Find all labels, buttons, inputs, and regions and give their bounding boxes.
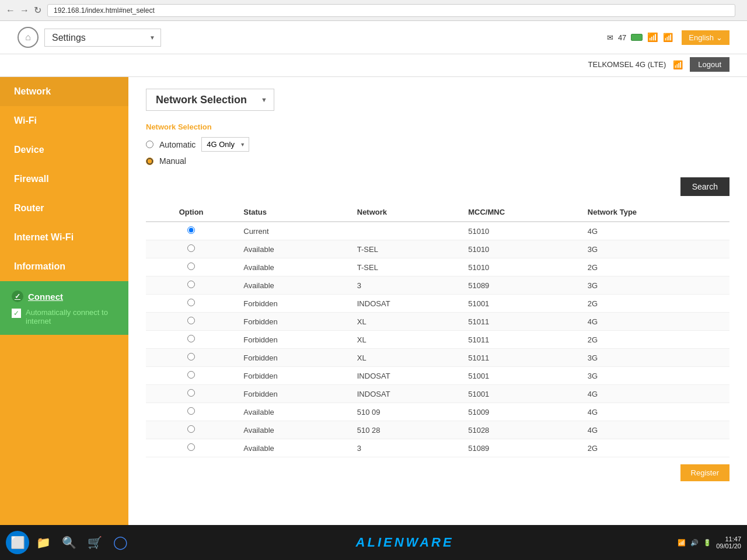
row-option[interactable] <box>146 421 236 439</box>
table-row[interactable]: Available 510 09 51009 4G <box>146 403 729 421</box>
row-option[interactable] <box>146 222 236 240</box>
table-row[interactable]: Forbidden XL 51011 3G <box>146 349 729 367</box>
browser-reload[interactable]: ↻ <box>34 5 41 16</box>
row-type: 3G <box>581 349 729 367</box>
logout-button[interactable]: Logout <box>690 57 729 72</box>
network-mode-select[interactable]: 4G Only3G Only2G OnlyAuto <box>201 137 249 152</box>
taskbar-right: 📶 🔊 🔋 11:47 09/01/20 <box>678 536 741 550</box>
table-row[interactable]: Current 51010 4G <box>146 222 729 240</box>
signal-icon: 📶 <box>663 33 673 42</box>
table-row[interactable]: Available 3 51089 3G <box>146 276 729 295</box>
sidebar-item-network[interactable]: Network <box>0 77 128 106</box>
row-option[interactable] <box>146 276 236 295</box>
row-network: T-SEL <box>350 240 461 258</box>
row-option[interactable] <box>146 258 236 276</box>
page-area: ⌂ Settings ✉ 47 📶 📶 English ⌄ <box>0 21 747 525</box>
row-status: Available <box>236 421 350 439</box>
row-option[interactable] <box>146 385 236 403</box>
auto-connect-checkbox[interactable]: ✓ <box>12 309 21 318</box>
table-row[interactable]: Forbidden INDOSAT 51001 4G <box>146 385 729 403</box>
register-button[interactable]: Register <box>680 464 729 481</box>
connect-check-icon: ✓ <box>12 290 23 302</box>
row-mcc-mnc: 51009 <box>461 403 581 421</box>
row-status: Available <box>236 403 350 421</box>
table-header-row: Option Status Network MCC/MNC Network Ty… <box>146 203 729 222</box>
language-button[interactable]: English ⌄ <box>682 30 729 45</box>
row-option[interactable] <box>146 367 236 385</box>
row-option[interactable] <box>146 403 236 421</box>
taskbar-file-icon[interactable]: 📁 <box>32 531 55 554</box>
sidebar-item-firewall[interactable]: Firewall <box>0 164 128 194</box>
row-status: Available <box>236 276 350 295</box>
row-network: INDOSAT <box>350 385 461 403</box>
sidebar-item-wifi[interactable]: Wi-Fi <box>0 106 128 135</box>
language-arrow: ⌄ <box>716 33 722 42</box>
sidebar-item-internet-wifi[interactable]: Internet Wi-Fi <box>0 223 128 252</box>
row-option[interactable] <box>146 331 236 349</box>
connect-link[interactable]: ✓ Connect <box>12 290 117 302</box>
row-status: Forbidden <box>236 385 350 403</box>
home-icon[interactable]: ⌂ <box>18 27 39 48</box>
sidebar-item-information[interactable]: Information <box>0 252 128 281</box>
start-button[interactable]: ⬜ <box>6 531 29 554</box>
right-content: Network Selection Network Selection Auto… <box>128 77 747 525</box>
browser-back[interactable]: ← <box>6 5 15 16</box>
row-option[interactable] <box>146 349 236 367</box>
taskbar-search-icon[interactable]: 🔍 <box>57 531 81 554</box>
browser-bar: ← → ↻ 192.168.1/index.html#net_select <box>0 0 747 21</box>
row-option[interactable] <box>146 240 236 258</box>
table-row[interactable]: Available T-SEL 51010 3G <box>146 240 729 258</box>
row-type: 4G <box>581 313 729 331</box>
row-status: Forbidden <box>236 349 350 367</box>
table-row[interactable]: Forbidden INDOSAT 51001 3G <box>146 367 729 385</box>
row-option[interactable] <box>146 295 236 313</box>
col-network: Network <box>350 203 461 222</box>
manual-radio[interactable] <box>146 158 153 165</box>
taskbar-chrome-icon[interactable]: ◯ <box>109 531 132 554</box>
carrier-text: TELKOMSEL 4G (LTE) <box>588 60 666 69</box>
row-type: 4G <box>581 403 729 421</box>
sidebar-item-router[interactable]: Router <box>0 194 128 223</box>
row-status: Forbidden <box>236 331 350 349</box>
signal-bars: 📶 <box>673 60 683 69</box>
row-network: INDOSAT <box>350 367 461 385</box>
header-left: ⌂ Settings <box>18 27 161 48</box>
table-row[interactable]: Forbidden XL 51011 4G <box>146 313 729 331</box>
table-row[interactable]: Available 510 28 51028 4G <box>146 421 729 439</box>
row-type: 3G <box>581 240 729 258</box>
settings-dropdown[interactable]: Settings <box>44 29 161 47</box>
header-right: ✉ 47 📶 📶 English ⌄ <box>607 30 729 45</box>
main-layout: Network Wi-Fi Device Firewall Router Int… <box>0 77 747 525</box>
auto-connect: ✓ Automatically connect to internet <box>12 308 117 326</box>
row-type: 2G <box>581 295 729 313</box>
row-mcc-mnc: 51011 <box>461 331 581 349</box>
clock: 11:47 <box>716 536 741 542</box>
row-status: Forbidden <box>236 295 350 313</box>
row-mcc-mnc: 51001 <box>461 367 581 385</box>
taskbar-volume-icon: 🔊 <box>690 539 699 547</box>
taskbar-store-icon[interactable]: 🛒 <box>83 531 106 554</box>
row-mcc-mnc: 51089 <box>461 439 581 457</box>
language-label: English <box>689 33 714 42</box>
table-row[interactable]: Forbidden XL 51011 2G <box>146 331 729 349</box>
browser-url[interactable]: 192.168.1/index.html#net_select <box>47 4 735 17</box>
row-mcc-mnc: 51089 <box>461 276 581 295</box>
page-title-select[interactable]: Network Selection <box>146 89 274 111</box>
search-button[interactable]: Search <box>680 177 729 196</box>
table-row[interactable]: Available T-SEL 51010 2G <box>146 258 729 276</box>
row-option[interactable] <box>146 439 236 457</box>
header: ⌂ Settings ✉ 47 📶 📶 English ⌄ <box>0 21 747 77</box>
browser-forward[interactable]: → <box>20 5 29 16</box>
automatic-radio[interactable] <box>146 141 153 148</box>
col-network-type: Network Type <box>581 203 729 222</box>
sidebar: Network Wi-Fi Device Firewall Router Int… <box>0 77 128 525</box>
row-status: Forbidden <box>236 367 350 385</box>
mail-icon: ✉ <box>607 33 613 42</box>
table-row[interactable]: Available 3 51089 2G <box>146 439 729 457</box>
taskbar-brand: ALIENWARE <box>134 535 675 550</box>
manual-row: Manual <box>146 156 729 166</box>
table-row[interactable]: Forbidden INDOSAT 51001 2G <box>146 295 729 313</box>
row-option[interactable] <box>146 313 236 331</box>
row-type: 2G <box>581 258 729 276</box>
sidebar-item-device[interactable]: Device <box>0 135 128 164</box>
